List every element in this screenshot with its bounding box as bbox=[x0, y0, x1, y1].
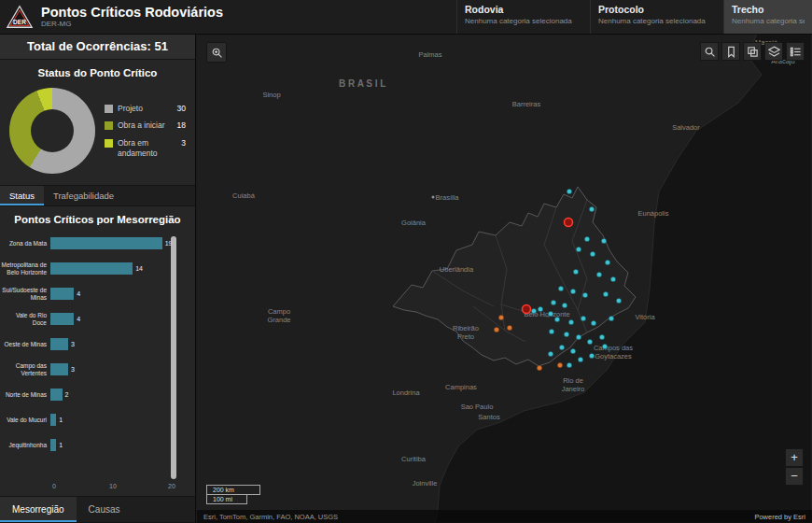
map-point-cyan[interactable] bbox=[573, 269, 578, 274]
map-point-cyan[interactable] bbox=[581, 316, 585, 320]
map-point-cyan[interactable] bbox=[568, 319, 573, 324]
map-point-cyan[interactable] bbox=[609, 316, 613, 320]
bar[interactable] bbox=[50, 439, 56, 451]
status-panel-title: Status do Ponto Crítico bbox=[0, 60, 195, 82]
bar[interactable] bbox=[50, 262, 133, 275]
meso-x-axis: 01020 bbox=[0, 481, 195, 496]
map-point-cyan[interactable] bbox=[599, 334, 604, 339]
map-label: Belo Horizonte bbox=[524, 310, 569, 318]
map-point-orange[interactable] bbox=[537, 365, 541, 370]
map-point-cyan[interactable] bbox=[590, 251, 595, 256]
filter-trecho[interactable]: TrechoNenhuma categoria selecionada bbox=[723, 0, 812, 34]
map-point-cyan[interactable] bbox=[605, 260, 609, 264]
map-point-cyan[interactable] bbox=[548, 351, 553, 356]
meso-panel-title: Pontos Críticos por Mesorregião bbox=[0, 206, 195, 229]
tab-mesorregiao[interactable]: Mesorregião bbox=[0, 497, 77, 522]
bar[interactable] bbox=[50, 313, 74, 325]
tab-causas[interactable]: Causas bbox=[77, 497, 133, 522]
map-point-cyan[interactable] bbox=[548, 311, 553, 316]
map-point-cyan[interactable] bbox=[601, 238, 606, 243]
map-point-cyan[interactable] bbox=[549, 329, 553, 333]
bar[interactable] bbox=[50, 288, 74, 300]
legend-item[interactable]: Obra em andamento3 bbox=[105, 138, 186, 158]
map-point-cyan[interactable] bbox=[570, 348, 575, 353]
map-point-cyan[interactable] bbox=[564, 332, 568, 336]
status-legend: Projeto30Obra a iniciar18Obra em andamen… bbox=[105, 104, 186, 159]
map-point-cyan[interactable] bbox=[610, 276, 615, 281]
zoom-out-button[interactable]: − bbox=[785, 467, 804, 486]
bar-value: 4 bbox=[77, 290, 80, 297]
map-point-red[interactable] bbox=[523, 305, 531, 314]
chart-scrollbar[interactable] bbox=[171, 236, 176, 479]
map-point-cyan[interactable] bbox=[603, 291, 608, 296]
map-point-cyan[interactable] bbox=[576, 247, 581, 251]
layers-button[interactable] bbox=[764, 42, 783, 61]
map-point-cyan[interactable] bbox=[589, 353, 594, 358]
bar-value: 14 bbox=[135, 265, 143, 272]
map-point-cyan[interactable] bbox=[582, 292, 587, 297]
bookmark-button[interactable] bbox=[721, 42, 740, 61]
bar-row[interactable]: Sul/Sudoeste de Minas4 bbox=[0, 281, 195, 306]
map-container[interactable]: B R A S I LPalmasMaceióAracajuSalvadorSi… bbox=[197, 34, 812, 523]
map-point-orange[interactable] bbox=[494, 327, 498, 332]
map-label: Rio deJaneiro bbox=[562, 376, 585, 393]
map-point-cyan[interactable] bbox=[551, 300, 555, 304]
map-point-cyan[interactable] bbox=[559, 345, 564, 349]
category-filters: RodoviaNenhuma categoria selecionadaProt… bbox=[456, 0, 812, 34]
bar[interactable] bbox=[50, 237, 162, 249]
bar-row[interactable]: Vale do Mucuri1 bbox=[0, 407, 195, 432]
map-point-cyan[interactable] bbox=[616, 298, 621, 303]
map-point-cyan[interactable] bbox=[538, 306, 542, 311]
legend-item[interactable]: Obra a iniciar18 bbox=[105, 120, 186, 131]
legend-label: Projeto bbox=[118, 104, 174, 114]
bar[interactable] bbox=[50, 414, 56, 426]
bar[interactable] bbox=[50, 389, 63, 401]
tab-status[interactable]: Status bbox=[0, 186, 44, 205]
bar-row[interactable]: Jequitinhonha1 bbox=[0, 432, 195, 458]
default-extent-button[interactable] bbox=[206, 42, 227, 63]
bar-row[interactable]: Norte de Minas2 bbox=[0, 382, 195, 407]
bar[interactable] bbox=[50, 363, 68, 375]
bar-category-label: Zona da Mata bbox=[0, 240, 50, 247]
bar-category-label: Vale do Mucuri bbox=[0, 417, 50, 423]
filter-protocolo[interactable]: ProtocoloNenhuma categoria selecionada bbox=[590, 0, 723, 34]
bar-row[interactable]: Oeste de Minas3 bbox=[0, 332, 195, 357]
map-point-cyan[interactable] bbox=[531, 308, 536, 313]
map-point-orange[interactable] bbox=[498, 315, 503, 319]
tab-trafegabilidade[interactable]: Trafegabilidade bbox=[44, 186, 123, 205]
map-point-cyan[interactable] bbox=[576, 334, 581, 339]
basemap-button[interactable] bbox=[743, 42, 762, 61]
bar-row[interactable]: Zona da Mata19 bbox=[0, 231, 195, 256]
map-point-cyan[interactable] bbox=[578, 357, 582, 361]
map-point-cyan[interactable] bbox=[602, 344, 607, 348]
legend-item[interactable]: Projeto30 bbox=[105, 104, 186, 114]
scale-mi-label: 100 mi bbox=[206, 495, 247, 504]
zoom-in-button[interactable]: + bbox=[785, 448, 804, 467]
map-point-cyan[interactable] bbox=[567, 362, 571, 367]
map-point-cyan[interactable] bbox=[554, 317, 559, 321]
map-point-cyan[interactable] bbox=[584, 236, 589, 241]
bar-value: 1 bbox=[59, 417, 63, 423]
map-point-cyan[interactable] bbox=[587, 339, 592, 344]
map-point-cyan[interactable] bbox=[570, 289, 575, 293]
bar-row[interactable]: Vale do Rio Doce4 bbox=[0, 306, 195, 332]
map-point-cyan[interactable] bbox=[562, 303, 567, 307]
map-label: Salvador bbox=[672, 123, 700, 132]
map-canvas[interactable]: B R A S I LPalmasMaceióAracajuSalvadorSi… bbox=[197, 34, 812, 523]
status-donut-chart[interactable] bbox=[9, 88, 95, 174]
bar-row[interactable]: Campo das Vertentes3 bbox=[0, 357, 195, 382]
legend-button[interactable] bbox=[786, 42, 805, 61]
search-button[interactable] bbox=[700, 42, 719, 61]
bar-row[interactable]: Metropolitana de Belo Horizonte14 bbox=[0, 256, 195, 281]
filter-rodovia[interactable]: RodoviaNenhuma categoria selecionada bbox=[456, 0, 590, 34]
map-point-cyan[interactable] bbox=[567, 189, 571, 193]
map-point-orange[interactable] bbox=[507, 325, 511, 330]
map-point-orange[interactable] bbox=[557, 362, 562, 367]
map-point-cyan[interactable] bbox=[596, 272, 601, 276]
map-label: Goiânia bbox=[401, 219, 427, 227]
bar[interactable] bbox=[50, 338, 68, 350]
map-point-cyan[interactable] bbox=[591, 320, 595, 325]
map-point-cyan[interactable] bbox=[558, 286, 563, 290]
map-point-red[interactable] bbox=[565, 219, 573, 227]
map-point-cyan[interactable] bbox=[589, 206, 594, 211]
